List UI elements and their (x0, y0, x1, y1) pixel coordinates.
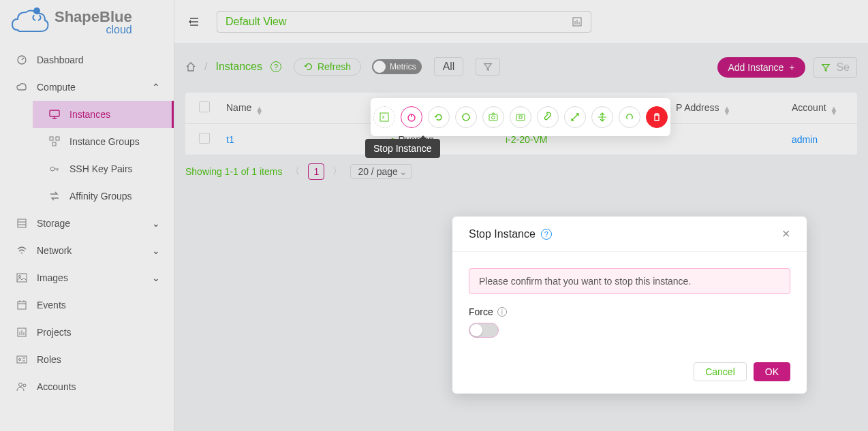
help-icon[interactable]: ? (541, 229, 552, 240)
reinstall-button[interactable] (455, 106, 477, 128)
svg-rect-19 (489, 114, 497, 121)
modal-header: Stop Instance ? ✕ (452, 217, 807, 252)
action-toolbar (371, 98, 670, 136)
tooltip: Stop Instance (365, 139, 440, 158)
migrate-button[interactable] (591, 106, 613, 128)
scale-button[interactable] (564, 106, 586, 128)
confirm-alert: Please confirm that you want to stop thi… (469, 268, 790, 294)
info-icon[interactable]: i (497, 307, 507, 317)
snapshot-button[interactable] (482, 106, 504, 128)
stop-instance-modal: Stop Instance ? ✕ Please confirm that yo… (452, 217, 807, 394)
destroy-button[interactable] (646, 106, 668, 128)
stop-button[interactable] (401, 106, 422, 128)
vm-snapshot-button[interactable] (510, 106, 531, 128)
reboot-button[interactable] (428, 106, 450, 128)
unmanage-button[interactable] (619, 106, 640, 128)
close-icon[interactable]: ✕ (781, 227, 790, 240)
toggle-knob (470, 324, 482, 336)
modal-title: Stop Instance (469, 228, 536, 240)
attach-iso-button[interactable] (537, 106, 559, 128)
modal-body: Please confirm that you want to stop thi… (452, 252, 807, 354)
tooltip-text: Stop Instance (373, 143, 432, 154)
console-button[interactable] (373, 106, 395, 128)
ok-button[interactable]: OK (754, 362, 790, 381)
force-field: Force i (469, 306, 790, 317)
cancel-button[interactable]: Cancel (694, 362, 747, 381)
force-label: Force (469, 306, 493, 317)
modal-footer: Cancel OK (452, 354, 807, 394)
svg-rect-21 (516, 114, 525, 121)
svg-rect-22 (519, 116, 522, 118)
force-toggle[interactable] (469, 323, 499, 338)
svg-point-20 (492, 116, 495, 119)
